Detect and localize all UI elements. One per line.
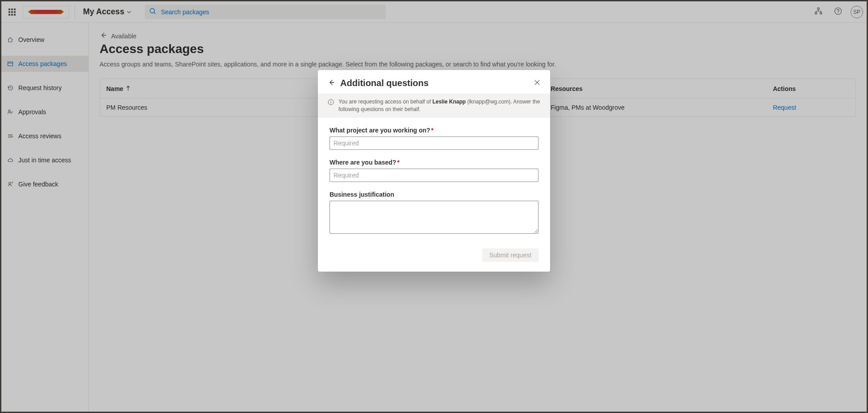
dialog-body: What project are you working on?* Where … <box>318 118 550 246</box>
field-project: What project are you working on?* <box>330 127 538 150</box>
location-input[interactable] <box>330 169 538 182</box>
dialog-header: Additional questions <box>318 70 550 94</box>
arrow-left-icon <box>328 79 335 86</box>
info-text: You are requesting access on behalf of L… <box>338 98 540 113</box>
required-indicator: * <box>397 159 399 166</box>
label-text: What project are you working on? <box>330 127 430 134</box>
field-label: Where are you based?* <box>330 159 538 166</box>
dialog-back-button[interactable] <box>328 79 335 87</box>
info-icon <box>328 99 334 113</box>
info-bar: You are requesting access on behalf of L… <box>318 94 550 118</box>
required-indicator: * <box>431 127 434 134</box>
field-location: Where are you based?* <box>330 159 538 182</box>
info-name: Leslie Knapp <box>432 99 466 105</box>
submit-request-button[interactable]: Submit request <box>482 248 538 262</box>
dialog-footer: Submit request <box>318 246 550 272</box>
project-input[interactable] <box>330 136 538 150</box>
dialog-title: Additional questions <box>340 78 429 88</box>
justification-textarea[interactable] <box>330 201 538 234</box>
label-text: Where are you based? <box>330 159 396 166</box>
info-prefix: You are requesting access on behalf of <box>338 99 432 105</box>
close-icon <box>534 79 540 86</box>
svg-point-17 <box>330 100 331 101</box>
modal-overlay: Additional questions You are requesting … <box>1 1 867 412</box>
dialog-close-button[interactable] <box>534 79 540 87</box>
field-label: Business justification <box>330 191 538 198</box>
additional-questions-dialog: Additional questions You are requesting … <box>318 70 550 272</box>
field-label: What project are you working on?* <box>330 127 538 134</box>
field-justification: Business justification <box>330 191 538 235</box>
